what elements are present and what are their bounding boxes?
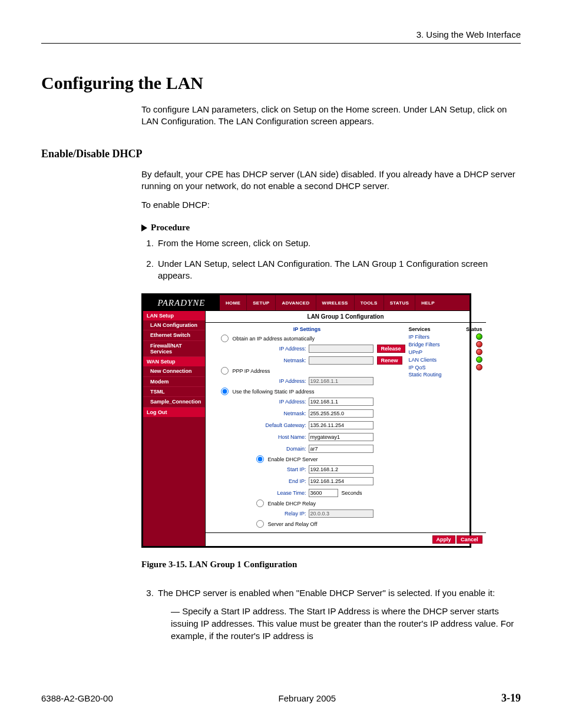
sidebar-item-sample[interactable]: Sample_Connection (143, 397, 205, 407)
status-dot-green-icon (476, 356, 482, 363)
tab-advanced[interactable]: ADVANCED (276, 295, 316, 310)
status-dot-red-icon (476, 341, 482, 348)
label-hostname: Host Name: (209, 434, 309, 440)
apply-button[interactable]: Apply (432, 535, 455, 544)
screenshot-tabs: HOME SETUP ADVANCED WIRELESS TOOLS STATU… (220, 295, 470, 310)
label-domain: Domain: (209, 446, 309, 452)
input-hostname[interactable] (309, 433, 373, 441)
procedure-heading: Procedure (141, 223, 521, 233)
renew-button[interactable]: Renew (377, 356, 402, 365)
radio-dhcp-server-input[interactable] (256, 455, 264, 463)
tab-help[interactable]: HELP (415, 295, 470, 310)
radio-dhcp-off-input[interactable] (256, 520, 264, 528)
services-panel: Services Status IP Filters Bridge Filter… (405, 326, 482, 529)
service-row-bridgefilters[interactable]: Bridge Filters (409, 341, 482, 348)
input-relay-ip[interactable] (309, 509, 373, 518)
radio-static[interactable]: Use the following Static IP address (221, 388, 405, 395)
section-title-dhcp: Enable/Disable DHCP (41, 148, 521, 160)
radio-dhcp-off[interactable]: Server and Relay Off (256, 520, 405, 528)
footer-date: February 2005 (279, 693, 336, 703)
sidebar-item-logout[interactable]: Log Out (143, 408, 205, 417)
radio-static-label: Use the following Static IP address (233, 389, 315, 395)
input-netmask2[interactable] (309, 409, 373, 418)
page-footer: 6388-A2-GB20-00 February 2005 3-19 (41, 692, 521, 704)
radio-ppp-label: PPP IP Address (233, 368, 270, 374)
radio-dhcp-server-label: Enable DHCP Server (268, 456, 318, 462)
input-default-gateway[interactable] (309, 421, 373, 429)
page-title: Configuring the LAN (41, 73, 521, 93)
radio-ppp-input[interactable] (221, 367, 229, 375)
release-button[interactable]: Release (377, 345, 405, 353)
screenshot-navbar: PARADYNE HOME SETUP ADVANCED WIRELESS TO… (143, 295, 470, 311)
tab-wireless[interactable]: WIRELESS (316, 295, 355, 310)
cancel-button[interactable]: Cancel (457, 535, 482, 544)
footer-page: 3-19 (501, 692, 521, 704)
label-ip-ppp: IP Address: (209, 378, 309, 384)
tab-tools[interactable]: TOOLS (355, 295, 384, 310)
input-lease-time[interactable] (309, 489, 338, 497)
procedure-step-3-sublist: Specify a Start IP address. The Start IP… (171, 605, 515, 642)
sidebar-item-lanconfig[interactable]: LAN Configuration (143, 320, 205, 330)
status-dot-green-icon (476, 333, 482, 340)
ip-settings-form: IP Settings Obtain an IP address automat… (209, 326, 405, 529)
lease-time-unit: Seconds (342, 490, 362, 496)
radio-obtain-auto-input[interactable] (221, 335, 229, 342)
input-start-ip[interactable] (309, 465, 373, 474)
screenshot-main: LAN Group 1 Configuration IP Settings Ob… (206, 311, 486, 546)
input-ip-ppp[interactable] (309, 377, 373, 385)
procedure-list-continued: The DHCP server is enabled when "Enable … (156, 587, 515, 642)
page-header-section: 3. Using the Web Interface (41, 29, 521, 39)
label-lease-time: Lease Time: (209, 490, 309, 496)
brand-logo: PARADYNE (143, 295, 220, 310)
status-dot-red-icon (476, 349, 482, 355)
radio-ppp[interactable]: PPP IP Address (221, 367, 405, 375)
service-row-lanclients[interactable]: LAN Clients (409, 356, 482, 363)
radio-dhcp-relay-label: Enable DHCP Relay (268, 501, 316, 507)
radio-dhcp-relay-input[interactable] (256, 499, 264, 507)
label-netmask: Netmask: (209, 358, 309, 363)
sidebar-group-wan: WAN Setup (143, 357, 205, 366)
footer-docid: 6388-A2-GB20-00 (41, 693, 113, 703)
sidebar-item-firewall[interactable]: Firewall/NAT Services (143, 341, 205, 358)
radio-dhcp-server[interactable]: Enable DHCP Server (256, 455, 405, 463)
service-row-ipfilters[interactable]: IP Filters (409, 333, 482, 340)
sidebar-item-modem[interactable]: Modem (143, 377, 205, 387)
screenshot-bottom-bar: Apply Cancel (206, 532, 486, 546)
radio-dhcp-off-label: Server and Relay Off (268, 521, 318, 527)
input-end-ip[interactable] (309, 477, 373, 485)
screenshot-sidebar: LAN Setup LAN Configuration Ethernet Swi… (143, 311, 206, 546)
dhcp-paragraph-2: To enable DHCP: (141, 199, 521, 211)
tab-status[interactable]: STATUS (384, 295, 416, 310)
service-row-upnp[interactable]: UPnP (409, 349, 482, 355)
header-rule (41, 43, 521, 44)
service-name-upnp: UPnP (409, 349, 423, 355)
procedure-label: Procedure (151, 223, 190, 233)
input-ipaddress-auto[interactable] (309, 345, 373, 353)
tab-setup[interactable]: SETUP (247, 295, 276, 310)
procedure-step-3-text: The DHCP server is enabled when "Enable … (158, 588, 495, 598)
sidebar-item-newconn[interactable]: New Connection (143, 366, 205, 376)
input-ip-static[interactable] (309, 398, 373, 406)
service-row-staticrouting[interactable]: Static Routing (409, 372, 482, 378)
radio-static-input[interactable] (221, 388, 229, 395)
procedure-list: From the Home screen, click on Setup. Un… (156, 237, 515, 282)
service-row-ipqos[interactable]: IP QoS (409, 364, 482, 370)
tab-home[interactable]: HOME (220, 295, 247, 310)
input-netmask-auto[interactable] (309, 356, 373, 365)
radio-obtain-auto-label: Obtain an IP address automatically (233, 336, 315, 342)
service-name-ipfilters: IP Filters (409, 334, 429, 340)
sidebar-item-ethswitch[interactable]: Ethernet Switch (143, 330, 205, 340)
radio-dhcp-relay[interactable]: Enable DHCP Relay (256, 499, 405, 507)
label-end-ip: End IP: (209, 478, 309, 484)
ip-settings-title: IP Settings (209, 326, 405, 332)
service-name-ipqos: IP QoS (409, 365, 426, 370)
status-dot-red-icon (476, 364, 482, 370)
input-domain[interactable] (309, 445, 373, 453)
procedure-step-1: From the Home screen, click on Setup. (156, 237, 515, 249)
service-name-staticrouting: Static Routing (409, 372, 442, 378)
sidebar-item-tsml[interactable]: TSML (143, 387, 205, 397)
radio-obtain-auto[interactable]: Obtain an IP address automatically (221, 335, 405, 342)
label-default-gateway: Default Gateway: (209, 422, 309, 428)
main-title: LAN Group 1 Configuration (206, 311, 486, 323)
procedure-step-3: The DHCP server is enabled when "Enable … (156, 587, 515, 642)
